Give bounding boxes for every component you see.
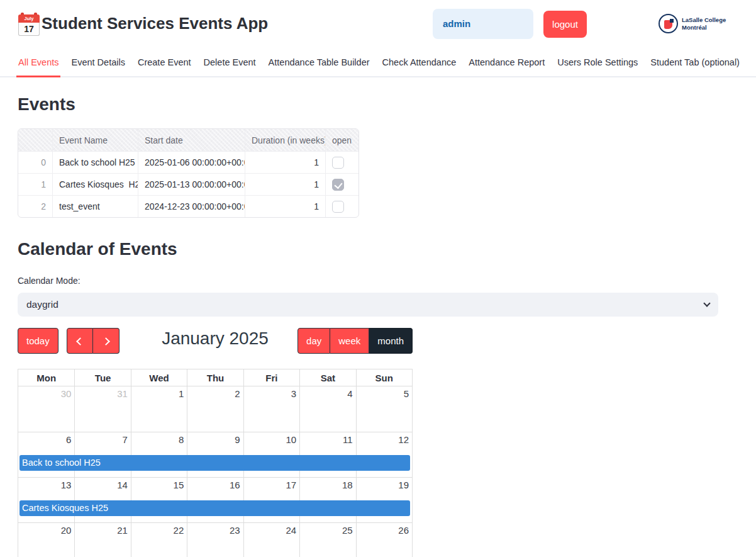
tab-check-attendance[interactable]: Check Attendance bbox=[381, 53, 459, 76]
calendar-day-cell[interactable]: 4 bbox=[299, 386, 355, 432]
cell-start-date: 2025-01-06 00:00:00+00:00 bbox=[138, 151, 245, 173]
col-event-name: Event Name bbox=[52, 129, 138, 151]
col-index bbox=[18, 129, 52, 151]
calendar-emoji-day: 17 bbox=[18, 23, 40, 36]
college-logo-text: LaSalle College Montréal bbox=[682, 16, 726, 31]
calendar-day-cell[interactable]: 3 bbox=[243, 386, 299, 432]
calendar-toolbar: today January 2025 dayweekmonth bbox=[18, 328, 413, 354]
cell-event-name: test_event bbox=[52, 195, 138, 217]
cell-row-index: 0 bbox=[18, 151, 52, 173]
col-duration: Duration (in weeks) bbox=[245, 129, 325, 151]
tab-users-role-settings[interactable]: Users Role Settings bbox=[555, 53, 640, 76]
cell-open bbox=[325, 151, 359, 173]
calendar-event-bar[interactable]: Cartes Kiosques H25 bbox=[19, 500, 410, 516]
events-section: Events Event Name Start date Duration (i… bbox=[18, 94, 756, 218]
month-view-button[interactable]: month bbox=[369, 328, 413, 354]
open-checkbox[interactable] bbox=[332, 179, 344, 191]
calendar-week-row: 13141516171819Cartes Kiosques H25 bbox=[18, 477, 412, 522]
calendar-section: Calendar of Events Calendar Mode: daygri… bbox=[18, 239, 756, 557]
cell-open bbox=[325, 173, 359, 195]
tab-delete-event[interactable]: Delete Event bbox=[202, 53, 258, 76]
calendar-day-cell[interactable]: 31 bbox=[74, 386, 130, 432]
calendar-mode-label: Calendar Mode: bbox=[18, 276, 756, 286]
college-logo-line2: Montréal bbox=[682, 24, 726, 31]
day-header-sat: Sat bbox=[299, 369, 355, 386]
calendar-week-row: 6789101112Back to school H25 bbox=[18, 432, 412, 477]
day-header-mon: Mon bbox=[18, 369, 74, 386]
calendar-day-cell[interactable]: 30 bbox=[18, 386, 74, 432]
calendar-day-cell[interactable]: 1 bbox=[131, 386, 187, 432]
events-heading: Events bbox=[18, 94, 756, 115]
chevron-left-icon bbox=[76, 337, 84, 346]
calendar-week-row: 20212223242526 bbox=[18, 522, 412, 557]
tab-event-details[interactable]: Event Details bbox=[69, 53, 126, 76]
calendar-emoji-month: July bbox=[18, 14, 40, 23]
tab-all-events[interactable]: All Events bbox=[16, 53, 60, 77]
col-open: open bbox=[325, 129, 359, 151]
next-button[interactable] bbox=[93, 328, 120, 354]
tab-create-event[interactable]: Create Event bbox=[136, 53, 193, 76]
tab-attendance-report[interactable]: Attendance Report bbox=[467, 53, 547, 76]
cell-event-name: Cartes Kiosques H25 bbox=[52, 173, 138, 195]
open-checkbox[interactable] bbox=[332, 201, 344, 213]
calendar-mode-value: daygrid bbox=[26, 299, 58, 310]
table-row: 1Cartes Kiosques H252025-01-13 00:00:00+… bbox=[18, 173, 359, 195]
tab-bar: All EventsEvent DetailsCreate EventDelet… bbox=[0, 53, 756, 77]
day-header-thu: Thu bbox=[187, 369, 243, 386]
cell-duration: 1 bbox=[245, 173, 325, 195]
day-header-sun: Sun bbox=[356, 369, 412, 386]
calendar-day-cell[interactable]: 25 bbox=[299, 523, 355, 557]
cell-start-date: 2025-01-13 00:00:00+00:00 bbox=[138, 173, 245, 195]
chevron-right-icon bbox=[102, 337, 110, 346]
calendar-event-bar[interactable]: Back to school H25 bbox=[19, 455, 410, 471]
page-title: Student Services Events App bbox=[42, 14, 268, 33]
calendar-day-cell[interactable]: 21 bbox=[74, 523, 130, 557]
nav-button-group bbox=[67, 328, 120, 354]
calendar-heading: Calendar of Events bbox=[18, 239, 756, 259]
table-row: 0Back to school H252025-01-06 00:00:00+0… bbox=[18, 151, 359, 173]
table-header-row: Event Name Start date Duration (in weeks… bbox=[18, 129, 359, 151]
calendar-day-cell[interactable]: 2 bbox=[187, 386, 243, 432]
calendar-grid: MonTueWedThuFriSatSun 303112345678910111… bbox=[18, 369, 413, 557]
day-header-tue: Tue bbox=[74, 369, 130, 386]
calendar-day-cell[interactable]: 22 bbox=[131, 523, 187, 557]
calendar-day-cell[interactable]: 26 bbox=[356, 523, 412, 557]
college-logo-line1: LaSalle College bbox=[682, 16, 726, 23]
view-button-group: dayweekmonth bbox=[297, 328, 413, 354]
cell-duration: 1 bbox=[245, 195, 325, 217]
calendar-day-cell[interactable]: 23 bbox=[187, 523, 243, 557]
chevron-down-icon bbox=[703, 300, 710, 307]
calendar-mode-select[interactable]: daygrid bbox=[18, 293, 718, 317]
cell-duration: 1 bbox=[245, 151, 325, 173]
calendar-title: January 2025 bbox=[162, 329, 269, 349]
calendar-week-row: 303112345 bbox=[18, 386, 412, 432]
today-button[interactable]: today bbox=[18, 328, 58, 354]
college-logo: LaSalle College Montréal bbox=[659, 14, 726, 33]
calendar-day-cell[interactable]: 5 bbox=[356, 386, 412, 432]
app-header: July 17 Student Services Events App admi… bbox=[0, 0, 756, 53]
col-start-date: Start date bbox=[138, 129, 245, 151]
events-table: Event Name Start date Duration (in weeks… bbox=[18, 128, 359, 218]
prev-button[interactable] bbox=[67, 328, 93, 354]
cell-event-name: Back to school H25 bbox=[52, 151, 138, 173]
day-view-button[interactable]: day bbox=[297, 328, 330, 354]
user-badge: admin bbox=[433, 9, 533, 39]
tab-attendance-table-builder[interactable]: Attendance Table Builder bbox=[267, 53, 372, 76]
cell-open bbox=[325, 195, 359, 217]
calendar-day-cell[interactable]: 24 bbox=[243, 523, 299, 557]
tab-student-tab-optional-[interactable]: Student Tab (optional) bbox=[648, 53, 742, 76]
calendar-day-header-row: MonTueWedThuFriSatSun bbox=[18, 369, 412, 386]
college-logo-icon bbox=[659, 14, 678, 33]
table-row: 2test_event2024-12-23 00:00:00+00:001 bbox=[18, 195, 359, 217]
cell-start-date: 2024-12-23 00:00:00+00:00 bbox=[138, 195, 245, 217]
calendar-day-cell[interactable]: 20 bbox=[18, 523, 74, 557]
open-checkbox[interactable] bbox=[332, 157, 344, 169]
day-header-wed: Wed bbox=[131, 369, 187, 386]
week-view-button[interactable]: week bbox=[330, 328, 369, 354]
cell-row-index: 2 bbox=[18, 195, 52, 217]
cell-row-index: 1 bbox=[18, 173, 52, 195]
logout-button[interactable]: logout bbox=[543, 11, 587, 38]
calendar-emoji-icon: July 17 bbox=[18, 13, 40, 37]
day-header-fri: Fri bbox=[243, 369, 299, 386]
